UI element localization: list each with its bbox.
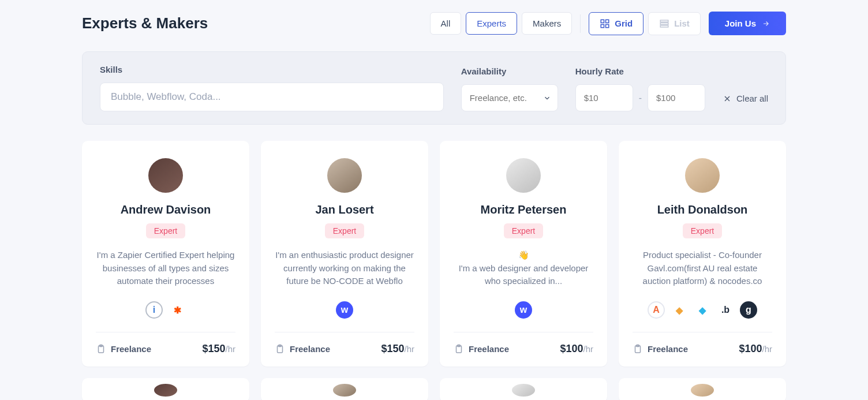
card-footer: Freelance$100/hr — [633, 332, 772, 355]
availability-tag: Freelance — [633, 344, 688, 354]
separator — [580, 14, 581, 33]
expert-card[interactable]: Andrew DavisonExpertI'm a Zapier Certifi… — [82, 141, 249, 367]
join-us-button[interactable]: Join Us — [709, 12, 786, 35]
avatar — [691, 384, 714, 397]
availability-tag: Freelance — [96, 344, 151, 354]
card-footer: Freelance$100/hr — [454, 332, 593, 355]
role-badge: Expert — [683, 223, 722, 238]
rate-max-input[interactable] — [648, 84, 705, 111]
role-badge: Expert — [504, 223, 543, 238]
svg-rect-5 — [660, 23, 668, 24]
tab-all[interactable]: All — [430, 12, 462, 35]
view-list-button[interactable]: List — [648, 12, 701, 35]
clipboard-icon — [275, 344, 285, 354]
tool-row: w — [336, 301, 353, 319]
tool-icon-5: g — [740, 301, 757, 319]
availability-tag: Freelance — [275, 344, 330, 354]
avatar — [333, 384, 356, 397]
tool-row: w — [515, 301, 532, 319]
expert-card-peek[interactable] — [440, 378, 607, 400]
integromat-icon: i — [145, 301, 163, 319]
svg-rect-4 — [660, 20, 668, 22]
expert-card[interactable]: Moritz PetersenExpert👋 I'm a web designe… — [440, 141, 607, 367]
availability-tag: Freelance — [454, 344, 509, 354]
svg-rect-0 — [601, 20, 604, 23]
person-name: Leith Donaldson — [657, 203, 748, 216]
bio-text: Product specialist - Co-founder Gavl.com… — [633, 249, 772, 288]
expert-card-peek[interactable] — [82, 378, 249, 400]
close-icon — [723, 94, 732, 103]
rate-min-input[interactable] — [575, 84, 633, 111]
view-grid-button[interactable]: Grid — [589, 12, 643, 35]
svg-rect-6 — [660, 25, 668, 27]
tool-row: i✱ — [145, 301, 186, 319]
clipboard-icon — [633, 344, 643, 354]
view-list-label: List — [674, 18, 690, 28]
avatar — [506, 158, 541, 193]
bio-text: I'm a Zapier Certified Expert helping bu… — [96, 249, 235, 288]
clipboard-icon — [96, 344, 106, 354]
zapier-icon: ✱ — [169, 301, 186, 319]
avatar — [685, 158, 720, 193]
person-name: Moritz Petersen — [481, 203, 567, 216]
cards-grid: Andrew DavisonExpertI'm a Zapier Certifi… — [82, 141, 786, 367]
clear-all-label: Clear all — [736, 94, 768, 103]
cards-grid-peek — [82, 378, 786, 400]
svg-rect-3 — [606, 24, 609, 27]
card-footer: Freelance$150/hr — [275, 332, 414, 355]
hourly-rate: $150/hr — [381, 343, 414, 355]
role-badge: Expert — [146, 223, 185, 238]
skills-label: Skills — [100, 65, 444, 74]
avatar — [148, 158, 183, 193]
availability-label: Availability — [461, 66, 558, 76]
rate-dash: - — [639, 93, 642, 103]
svg-rect-1 — [606, 20, 609, 23]
person-name: Andrew Davison — [121, 203, 211, 216]
expert-card-peek[interactable] — [261, 378, 428, 400]
tool-icon-4: .b — [717, 301, 734, 319]
avatar — [512, 384, 535, 397]
grid-icon — [600, 18, 610, 29]
skills-input[interactable] — [100, 83, 444, 111]
tab-experts[interactable]: Experts — [466, 12, 517, 35]
webflow-icon: w — [336, 301, 353, 319]
filter-bar: Skills Availability Hourly Rate - Clear … — [82, 51, 786, 125]
card-footer: Freelance$150/hr — [96, 332, 235, 355]
page-title: Experts & Makers — [82, 14, 208, 32]
availability-select[interactable] — [461, 84, 558, 111]
hourly-rate: $100/hr — [739, 343, 772, 355]
list-icon — [659, 18, 669, 29]
hourly-rate: $100/hr — [560, 343, 593, 355]
arrow-right-icon — [762, 20, 770, 28]
clear-all-button[interactable]: Clear all — [723, 94, 768, 111]
tool-row: A◆◆.bg — [648, 301, 757, 319]
bio-text: I'm an enthusiastic product designer cur… — [275, 249, 414, 288]
avatar — [154, 384, 177, 397]
expert-card[interactable]: Jan LosertExpertI'm an enthusiastic prod… — [261, 141, 428, 367]
bio-text: 👋 I'm a web designer and developer who s… — [454, 249, 593, 288]
expert-card-peek[interactable] — [619, 378, 786, 400]
hourly-rate: $150/hr — [202, 343, 235, 355]
tool-icon-1: A — [648, 301, 665, 319]
expert-card[interactable]: Leith DonaldsonExpertProduct specialist … — [619, 141, 786, 367]
svg-rect-2 — [601, 24, 604, 27]
tool-icon-2: ◆ — [671, 301, 688, 319]
rate-label: Hourly Rate — [575, 66, 705, 76]
tool-icon-3: ◆ — [694, 301, 711, 319]
clipboard-icon — [454, 344, 464, 354]
person-name: Jan Losert — [315, 203, 373, 216]
webflow-icon: w — [515, 301, 532, 319]
view-toggle: Grid List — [589, 12, 701, 35]
type-tabs: All Experts Makers — [430, 12, 573, 35]
role-badge: Expert — [325, 223, 364, 238]
join-us-label: Join Us — [725, 18, 756, 28]
tab-makers[interactable]: Makers — [522, 12, 572, 35]
avatar — [327, 158, 362, 193]
view-grid-label: Grid — [615, 18, 633, 28]
